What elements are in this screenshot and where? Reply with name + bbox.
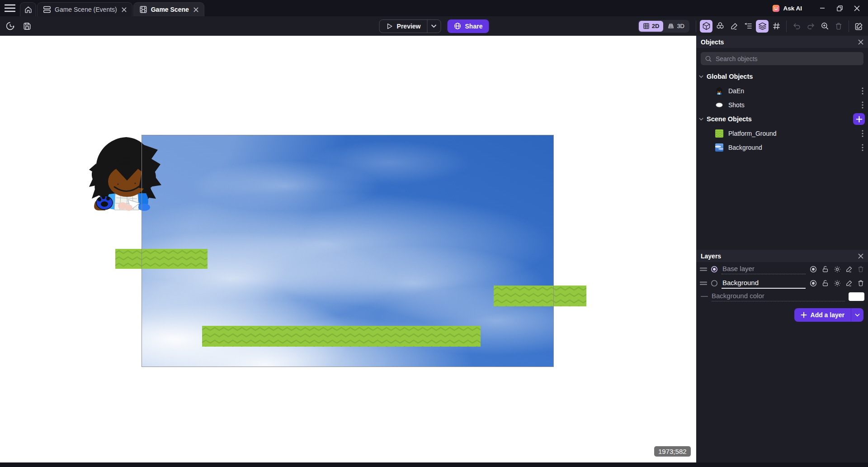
layer-lighting-sun-icon[interactable] [833, 279, 841, 287]
history-icon[interactable] [4, 20, 16, 33]
ask-ai-label: Ask AI [783, 5, 802, 12]
toggle-3d-button[interactable]: 3D [663, 21, 689, 32]
tab-game-scene-events[interactable]: Game Scene (Events) [37, 2, 132, 16]
main-menu-icon[interactable] [4, 4, 16, 13]
toggle-2d-label: 2D [652, 23, 660, 29]
tab-home[interactable] [20, 2, 36, 16]
layer-unselected-radio[interactable] [711, 280, 718, 287]
object-menu-icon[interactable] [862, 101, 863, 109]
layers-panel: Layers Base layer [696, 250, 868, 327]
chevron-down-icon [699, 117, 703, 121]
preview-button[interactable]: Preview [379, 19, 441, 33]
ask-ai-button[interactable]: Ask AI [772, 5, 802, 12]
layer-visibility-eye-icon[interactable] [809, 279, 817, 287]
layer-visibility-eye-icon[interactable] [809, 265, 817, 273]
layer-delete-trash-icon[interactable] [857, 279, 864, 287]
dimension-toggle: 2D 3D [638, 20, 689, 33]
object-menu-icon[interactable] [862, 87, 863, 95]
zoom-in-icon[interactable] [818, 20, 831, 33]
instances-list-icon[interactable] [742, 20, 755, 33]
daen-thumbnail [715, 87, 723, 95]
close-panel-icon[interactable] [858, 253, 863, 259]
section-label: Scene Objects [707, 115, 752, 123]
object-menu-icon[interactable] [862, 144, 863, 151]
tab-label: Game Scene (Events) [55, 6, 117, 13]
tab-game-scene[interactable]: Game Scene [133, 2, 204, 16]
shots-thumbnail [715, 101, 723, 109]
add-layer-button[interactable]: Add a layer [794, 308, 863, 322]
search-objects-input[interactable] [716, 55, 859, 62]
object-menu-icon[interactable] [862, 130, 863, 137]
layer-row-background[interactable]: Background [696, 276, 868, 290]
layer-lock-open-icon[interactable] [821, 265, 829, 273]
section-label: Global Objects [707, 73, 753, 80]
layer-edit-pencil-icon[interactable] [845, 279, 853, 287]
scene-editor-canvas[interactable]: 1973;582 [0, 36, 696, 462]
player-character-sprite[interactable] [89, 134, 161, 211]
layer-edit-pencil-icon[interactable] [845, 265, 853, 273]
object-row-daen[interactable]: DaEn [696, 84, 868, 98]
add-object-button[interactable] [853, 113, 865, 125]
preview-label: Preview [397, 23, 421, 30]
preview-options-caret[interactable] [427, 20, 441, 33]
object-groups-icon[interactable] [714, 20, 726, 33]
section-global-objects[interactable]: Global Objects [696, 69, 868, 84]
scene-film-icon [139, 5, 147, 14]
top-tab-bar: Game Scene (Events) Game Scene Ask AI [0, 0, 868, 16]
platform-instance[interactable] [494, 286, 586, 306]
toolbar-divider [849, 20, 849, 32]
layer-name-field[interactable]: Background [722, 278, 806, 289]
home-icon [24, 6, 32, 14]
platform-instance[interactable] [202, 326, 481, 347]
add-layer-options-caret[interactable] [851, 308, 863, 322]
objects-panel-header: Objects [696, 36, 868, 48]
bottom-window-strip [0, 462, 868, 467]
redo-icon[interactable] [804, 20, 817, 33]
object-row-shots[interactable]: Shots [696, 98, 868, 112]
close-tab-icon[interactable] [193, 7, 198, 12]
share-label: Share [465, 23, 483, 30]
section-scene-objects[interactable]: Scene Objects [696, 112, 868, 126]
drag-handle-icon [701, 294, 708, 299]
grid-2d-icon [643, 23, 650, 29]
platform-instance[interactable] [115, 249, 208, 269]
objects-panel-toggle-cube-icon[interactable] [700, 20, 712, 33]
layers-panel-toggle-icon[interactable] [756, 20, 769, 33]
edit-pencil-icon[interactable] [728, 20, 741, 33]
close-panel-icon[interactable] [858, 39, 863, 45]
window-restore-button[interactable] [833, 2, 846, 14]
toggle-3d-label: 3D [677, 23, 684, 29]
search-objects-field[interactable] [701, 52, 863, 65]
layer-selected-radio[interactable] [711, 266, 718, 273]
delete-trash-icon[interactable] [832, 20, 845, 33]
drag-handle-icon[interactable] [700, 281, 707, 286]
object-row-background[interactable]: Background [696, 140, 868, 154]
layer-name-field[interactable]: Base layer [722, 264, 806, 274]
layer-lighting-sun-icon[interactable] [833, 265, 841, 273]
close-tab-icon[interactable] [122, 7, 127, 12]
search-icon [705, 55, 712, 62]
add-layer-label: Add a layer [811, 311, 844, 319]
platform-ground-thumbnail [715, 129, 723, 138]
background-color-swatch[interactable] [849, 292, 864, 301]
layer-row-base[interactable]: Base layer [696, 262, 868, 276]
toolbar-divider [786, 20, 787, 32]
drag-handle-icon[interactable] [700, 267, 707, 272]
background-thumbnail [715, 143, 723, 152]
background-color-label: Background color [712, 292, 845, 301]
window-close-button[interactable] [850, 2, 863, 14]
layer-lock-open-icon[interactable] [821, 279, 829, 287]
layers-panel-header: Layers [696, 250, 868, 262]
grid-snap-icon[interactable] [770, 20, 783, 33]
window-minimize-button[interactable] [816, 2, 829, 14]
undo-icon[interactable] [790, 20, 803, 33]
toggle-2d-button[interactable]: 2D [639, 21, 664, 32]
globe-icon [454, 22, 462, 30]
save-icon[interactable] [21, 20, 33, 33]
object-name: Shots [728, 101, 857, 109]
object-row-platform-ground[interactable]: Platform_Ground [696, 126, 868, 140]
layer-delete-trash-icon[interactable] [857, 265, 864, 273]
share-button[interactable]: Share [448, 19, 489, 33]
events-sheet-icon [43, 6, 51, 13]
scene-properties-icon[interactable] [853, 20, 865, 33]
